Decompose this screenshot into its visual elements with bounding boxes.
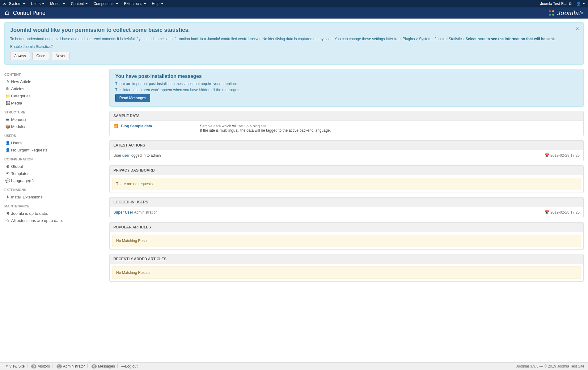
- menu-system[interactable]: System: [9, 2, 25, 6]
- folder-icon: 📁: [4, 94, 11, 98]
- stats-permission-alert: × Joomla! would like your permission to …: [4, 22, 584, 65]
- menu-content[interactable]: Content: [71, 2, 88, 6]
- menu-components[interactable]: Components: [93, 2, 118, 6]
- user-icon: 👤: [4, 148, 11, 152]
- panel-head: SAMPLE DATA: [110, 111, 583, 121]
- section-users: USERS: [4, 134, 103, 138]
- post-install-line2: This information area won't appear when …: [115, 88, 578, 92]
- svg-point-2: [549, 14, 551, 15]
- menu-menus[interactable]: Menus: [50, 2, 65, 6]
- alert-title: Joomla! would like your permission to co…: [10, 27, 578, 33]
- chevron-down-icon: [63, 3, 65, 4]
- panel-head: LATEST ACTIONS: [110, 141, 583, 150]
- sidebar-languages[interactable]: 💬Language(s): [4, 178, 103, 183]
- external-link-icon: ⧉: [569, 2, 572, 6]
- sidebar: CONTENT ✎New Article 🗎Articles 📁Categori…: [4, 69, 103, 286]
- read-messages-button[interactable]: Read Messages: [115, 94, 150, 102]
- sample-desc2: If the site is multilingual, the data wi…: [200, 128, 331, 133]
- sidebar-urgent-requests[interactable]: 👤No Urgent Requests.: [4, 148, 103, 152]
- once-button[interactable]: Once: [32, 52, 49, 60]
- post-install-line1: There are important post-installation me…: [115, 82, 578, 86]
- action-row: User user logged in to admin: [113, 153, 161, 158]
- chevron-down-icon: [85, 3, 88, 4]
- panel-head: LOGGED-IN USERS: [110, 198, 583, 207]
- cube-icon: 📦: [4, 124, 11, 129]
- section-maintenance: MAINTENANCE: [4, 204, 103, 208]
- panel-logged-in: LOGGED-IN USERS Super User Administratio…: [109, 197, 584, 218]
- svg-point-1: [552, 10, 554, 12]
- sidebar-users[interactable]: 👤Users: [4, 141, 103, 145]
- file-icon: 🗎: [4, 87, 11, 91]
- logged-in-user-link[interactable]: Super User: [113, 210, 133, 215]
- sidebar-extensions-update[interactable]: ☆All extensions are up to date.: [4, 218, 103, 223]
- menu-extensions[interactable]: Extensions: [124, 2, 146, 6]
- chevron-down-icon: [42, 3, 44, 4]
- gear-icon: ⚙: [4, 164, 11, 169]
- section-configuration: CONFIGURATION: [4, 157, 103, 161]
- header: Control Panel Joomla!®: [0, 7, 588, 19]
- sidebar-modules[interactable]: 📦Modules: [4, 124, 103, 129]
- never-button[interactable]: Never: [52, 52, 70, 60]
- panel-privacy: PRIVACY DASHBOARD There are no requests.: [109, 165, 584, 193]
- sample-desc1: Sample data which will set up a blog sit…: [200, 124, 331, 128]
- panel-popular: POPULAR ARTICLES No Matching Results: [109, 222, 584, 250]
- chevron-down-icon: [582, 3, 585, 4]
- panel-sample-data: SAMPLE DATA 📶 Blog Sample data Sample da…: [109, 111, 584, 136]
- main: You have post-installation messages Ther…: [109, 69, 584, 286]
- action-timestamp: 📅 2019-02-28 17:26: [545, 153, 580, 158]
- site-link[interactable]: Joomla Test Si...⧉: [540, 2, 572, 6]
- joomla-small-icon: ✖: [4, 211, 11, 216]
- chevron-down-icon: [161, 3, 163, 4]
- sidebar-templates[interactable]: 👁Templates: [4, 171, 103, 176]
- section-extensions: EXTENSIONS: [4, 188, 103, 192]
- sidebar-install-extensions[interactable]: ⬇Install Extensions: [4, 195, 103, 199]
- enable-stats-link[interactable]: Enable Joomla Statistics?: [10, 45, 53, 49]
- action-user-link[interactable]: user: [122, 153, 129, 158]
- list-icon: ☰: [4, 117, 11, 122]
- user-icon: 👤: [576, 2, 581, 6]
- home-icon: [4, 10, 10, 16]
- alert-body: To better understand our install base an…: [10, 36, 578, 42]
- svg-point-0: [549, 10, 551, 12]
- blog-sample-data-link[interactable]: Blog Sample data: [121, 124, 152, 128]
- pencil-icon: ✎: [4, 79, 11, 84]
- popular-message: No Matching Results: [112, 235, 581, 247]
- calendar-icon: 📅: [545, 210, 549, 215]
- recent-message: No Matching Results: [112, 266, 581, 279]
- user-menu[interactable]: 👤: [576, 2, 585, 6]
- joomla-icon: ✖: [3, 2, 6, 6]
- sidebar-articles[interactable]: 🗎Articles: [4, 87, 103, 91]
- panel-latest-actions: LATEST ACTIONS User user logged in to ad…: [109, 140, 584, 161]
- chevron-down-icon: [116, 3, 118, 4]
- topbar: ✖ System Users Menus Content Components …: [0, 0, 588, 7]
- panel-head: PRIVACY DASHBOARD: [110, 166, 583, 175]
- privacy-message: There are no requests.: [112, 178, 581, 190]
- section-structure: STRUCTURE: [4, 110, 103, 114]
- eye-icon: 👁: [4, 171, 11, 176]
- calendar-icon: 📅: [545, 153, 549, 158]
- menu-users[interactable]: Users: [31, 2, 44, 6]
- sidebar-new-article[interactable]: ✎New Article: [4, 79, 103, 84]
- image-icon: 🖼: [4, 101, 11, 105]
- sidebar-media[interactable]: 🖼Media: [4, 101, 103, 105]
- always-button[interactable]: Always: [10, 52, 30, 60]
- svg-point-3: [552, 14, 554, 15]
- close-icon[interactable]: ×: [576, 26, 579, 32]
- wand-icon: 📶: [113, 124, 118, 128]
- chevron-down-icon: [23, 3, 25, 4]
- menu-help[interactable]: Help: [152, 2, 163, 6]
- sidebar-categories[interactable]: 📁Categories: [4, 94, 103, 98]
- topbar-menu: System Users Menus Content Components Ex…: [9, 2, 540, 6]
- chevron-down-icon: [144, 3, 146, 4]
- logged-in-row: Super User Administration: [113, 210, 158, 215]
- panel-head: POPULAR ARTICLES: [110, 223, 583, 232]
- post-install-box: You have post-installation messages Ther…: [109, 69, 584, 107]
- star-icon: ☆: [4, 218, 11, 223]
- sidebar-menus[interactable]: ☰Menu(s): [4, 117, 103, 122]
- post-install-title: You have post-installation messages: [115, 74, 578, 79]
- user-icon: 👤: [4, 141, 11, 145]
- sidebar-joomla-update[interactable]: ✖Joomla is up to date.: [4, 211, 103, 216]
- comment-icon: 💬: [4, 178, 11, 183]
- sidebar-global[interactable]: ⚙Global: [4, 164, 103, 169]
- panel-recent: RECENTLY ADDED ARTICLES No Matching Resu…: [109, 254, 584, 282]
